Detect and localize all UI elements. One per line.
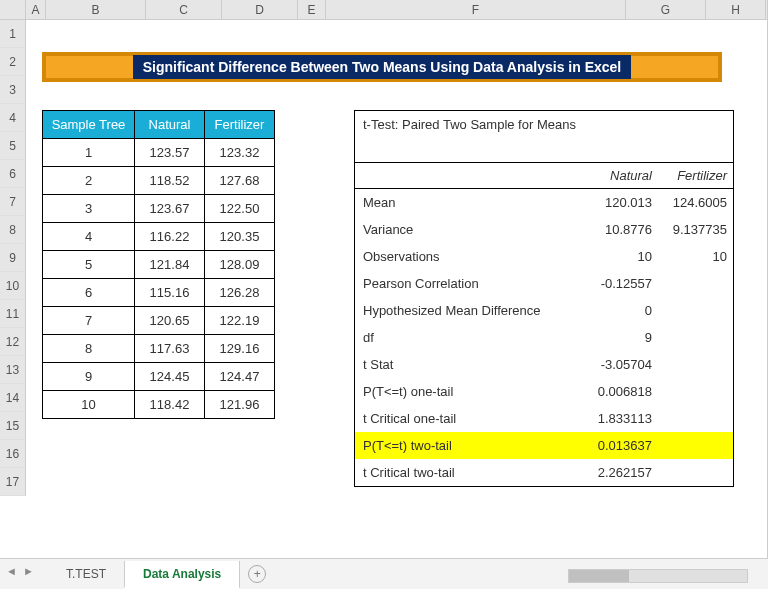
cell[interactable]: 117.63: [135, 335, 205, 363]
cell[interactable]: 124.47: [205, 363, 275, 391]
table-row[interactable]: 5121.84128.09: [43, 251, 275, 279]
cell[interactable]: 126.28: [205, 279, 275, 307]
row-1[interactable]: 1: [0, 20, 26, 48]
add-sheet-button[interactable]: +: [248, 565, 266, 583]
cell[interactable]: 10: [43, 391, 135, 419]
stats-row[interactable]: Observations1010: [355, 243, 733, 270]
col-B[interactable]: B: [46, 0, 146, 19]
table-row[interactable]: 2118.52127.68: [43, 167, 275, 195]
row-16[interactable]: 16: [0, 440, 26, 468]
cell[interactable]: 118.42: [135, 391, 205, 419]
cell[interactable]: 122.50: [205, 195, 275, 223]
table-row[interactable]: 1123.57123.32: [43, 139, 275, 167]
table-row[interactable]: 7120.65122.19: [43, 307, 275, 335]
cell[interactable]: 123.32: [205, 139, 275, 167]
stats-row[interactable]: t Critical one-tail1.833113: [355, 405, 733, 432]
row-6[interactable]: 6: [0, 160, 26, 188]
table-row[interactable]: 10118.42121.96: [43, 391, 275, 419]
stats-row[interactable]: Hypothesized Mean Difference0: [355, 297, 733, 324]
row-14[interactable]: 14: [0, 384, 26, 412]
col-C[interactable]: C: [146, 0, 222, 19]
tab-data-analysis[interactable]: Data Analysis: [125, 561, 240, 589]
cell[interactable]: 3: [43, 195, 135, 223]
stats-label: Hypothesized Mean Difference: [363, 303, 583, 318]
cell[interactable]: 127.68: [205, 167, 275, 195]
select-all[interactable]: [0, 0, 26, 19]
cell[interactable]: 116.22: [135, 223, 205, 251]
row-9[interactable]: 9: [0, 244, 26, 272]
t-test-results: t-Test: Paired Two Sample for Means Natu…: [354, 110, 734, 487]
col-G[interactable]: G: [626, 0, 706, 19]
cell[interactable]: 7: [43, 307, 135, 335]
table-row[interactable]: 9124.45124.47: [43, 363, 275, 391]
cell[interactable]: 115.16: [135, 279, 205, 307]
stats-row[interactable]: Variance10.87769.137735: [355, 216, 733, 243]
col-H[interactable]: H: [706, 0, 766, 19]
cell[interactable]: 128.09: [205, 251, 275, 279]
stats-label: t Stat: [363, 357, 583, 372]
cell[interactable]: 121.96: [205, 391, 275, 419]
cell[interactable]: 120.65: [135, 307, 205, 335]
stats-label: P(T<=t) one-tail: [363, 384, 583, 399]
row-12[interactable]: 12: [0, 328, 26, 356]
stats-row[interactable]: P(T<=t) two-tail0.013637: [355, 432, 733, 459]
cell[interactable]: 123.57: [135, 139, 205, 167]
col-A[interactable]: A: [26, 0, 46, 19]
stats-row[interactable]: t Stat-3.05704: [355, 351, 733, 378]
stats-col-fertilizer: Fertilizer: [658, 168, 733, 183]
col-F[interactable]: F: [326, 0, 626, 19]
col-E[interactable]: E: [298, 0, 326, 19]
tab-prev-icon[interactable]: ◄: [6, 565, 17, 577]
horizontal-scrollbar[interactable]: [568, 569, 748, 583]
stats-label: Variance: [363, 222, 583, 237]
row-4[interactable]: 4: [0, 104, 26, 132]
stats-val2: 9.137735: [658, 222, 733, 237]
stats-val1: 120.013: [583, 195, 658, 210]
row-13[interactable]: 13: [0, 356, 26, 384]
row-10[interactable]: 10: [0, 272, 26, 300]
scroll-thumb[interactable]: [569, 570, 629, 582]
sample-data-table: Sample Tree Natural Fertilizer 1123.5712…: [42, 110, 275, 419]
stats-row[interactable]: t Critical two-tail2.262157: [355, 459, 733, 486]
cell[interactable]: 120.35: [205, 223, 275, 251]
cell[interactable]: 4: [43, 223, 135, 251]
stats-row[interactable]: Pearson Correlation-0.12557: [355, 270, 733, 297]
tab-ttest[interactable]: T.TEST: [48, 561, 125, 587]
cell[interactable]: 6: [43, 279, 135, 307]
row-2[interactable]: 2: [0, 48, 26, 76]
cell[interactable]: 9: [43, 363, 135, 391]
stats-label: Observations: [363, 249, 583, 264]
tab-next-icon[interactable]: ►: [23, 565, 34, 577]
table-row[interactable]: 8117.63129.16: [43, 335, 275, 363]
th-sample-tree[interactable]: Sample Tree: [43, 111, 135, 139]
row-17[interactable]: 17: [0, 468, 26, 496]
table-row[interactable]: 3123.67122.50: [43, 195, 275, 223]
cell[interactable]: 5: [43, 251, 135, 279]
cell[interactable]: 122.19: [205, 307, 275, 335]
table-row[interactable]: 4116.22120.35: [43, 223, 275, 251]
th-natural[interactable]: Natural: [135, 111, 205, 139]
row-15[interactable]: 15: [0, 412, 26, 440]
row-7[interactable]: 7: [0, 188, 26, 216]
cell[interactable]: 8: [43, 335, 135, 363]
row-11[interactable]: 11: [0, 300, 26, 328]
cell[interactable]: 129.16: [205, 335, 275, 363]
stats-row[interactable]: Mean120.013124.6005: [355, 189, 733, 216]
th-fertilizer[interactable]: Fertilizer: [205, 111, 275, 139]
col-D[interactable]: D: [222, 0, 298, 19]
row-5[interactable]: 5: [0, 132, 26, 160]
stats-row[interactable]: P(T<=t) one-tail0.006818: [355, 378, 733, 405]
stats-val2: 10: [658, 249, 733, 264]
stats-row[interactable]: df9: [355, 324, 733, 351]
cell[interactable]: 123.67: [135, 195, 205, 223]
row-3[interactable]: 3: [0, 76, 26, 104]
cell[interactable]: 118.52: [135, 167, 205, 195]
cell[interactable]: 2: [43, 167, 135, 195]
stats-label: Mean: [363, 195, 583, 210]
row-8[interactable]: 8: [0, 216, 26, 244]
stats-val1: 0.013637: [583, 438, 658, 453]
cell[interactable]: 1: [43, 139, 135, 167]
table-row[interactable]: 6115.16126.28: [43, 279, 275, 307]
cell[interactable]: 124.45: [135, 363, 205, 391]
cell[interactable]: 121.84: [135, 251, 205, 279]
